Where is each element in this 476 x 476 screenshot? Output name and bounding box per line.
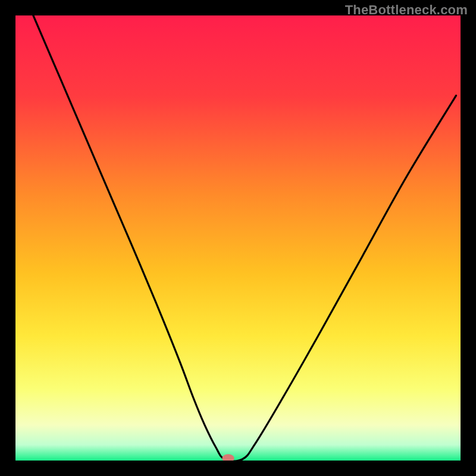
gradient-background bbox=[15, 15, 461, 461]
bottleneck-chart bbox=[15, 15, 461, 461]
chart-frame: TheBottleneck.com bbox=[0, 0, 476, 476]
